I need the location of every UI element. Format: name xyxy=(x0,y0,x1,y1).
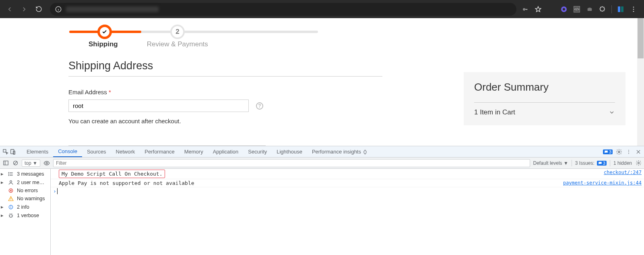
section-title: Shipping Address xyxy=(68,60,382,77)
extension-d-icon[interactable] xyxy=(617,5,625,13)
key-icon[interactable] xyxy=(521,5,529,13)
console-sidebar: ▸3 messages▸2 user me…No errorsNo warnin… xyxy=(0,169,51,255)
browser-toolbar: </> xyxy=(0,0,644,18)
svg-rect-8 xyxy=(621,6,623,12)
info-icon xyxy=(55,6,62,13)
console-prompt[interactable]: › xyxy=(51,187,644,195)
url-text xyxy=(66,6,159,12)
devtools-tab-application[interactable]: Application xyxy=(208,146,244,157)
svg-point-38 xyxy=(10,214,12,217)
clear-console-icon[interactable] xyxy=(12,160,19,166)
devtools-tab-memory[interactable]: Memory xyxy=(180,146,208,157)
step1-node[interactable] xyxy=(97,25,112,39)
svg-rect-7 xyxy=(618,6,620,12)
devtools-tab-network[interactable]: Network xyxy=(111,146,140,157)
address-bar[interactable] xyxy=(50,3,516,16)
hidden-count: 1 hidden xyxy=(613,160,632,166)
step2-node[interactable]: 2 xyxy=(170,25,185,39)
devtools-tab-sources[interactable]: Sources xyxy=(82,146,111,157)
devtools-tab-security[interactable]: Security xyxy=(243,146,272,157)
devtools-panel: ElementsConsoleSourcesNetworkPerformance… xyxy=(0,146,644,255)
device-icon[interactable] xyxy=(10,149,16,155)
svg-point-16 xyxy=(628,149,629,150)
devtools-tab-performance-insights[interactable]: Performance insights xyxy=(307,146,372,157)
svg-point-5 xyxy=(563,8,565,10)
inspect-icon[interactable] xyxy=(2,149,9,155)
cart-toggle[interactable]: 1 Item in Cart xyxy=(474,102,615,116)
settings-gear-icon[interactable] xyxy=(616,149,622,155)
sidebar-row[interactable]: No errors xyxy=(0,187,50,195)
bookmark-star-icon[interactable] xyxy=(534,5,542,13)
order-summary-title: Order Summary xyxy=(474,81,615,93)
reload-button[interactable] xyxy=(32,3,45,16)
svg-rect-6 xyxy=(588,8,592,11)
source-link[interactable]: checkout/:247 xyxy=(604,170,642,178)
help-icon[interactable]: ? xyxy=(256,102,263,110)
svg-point-31 xyxy=(10,180,12,182)
svg-point-15 xyxy=(618,151,620,153)
svg-point-29 xyxy=(8,174,9,174)
issues-label: 3 Issues: xyxy=(575,160,594,166)
levels-selector[interactable]: Default levels ▼ xyxy=(533,160,568,166)
chevron-down-icon xyxy=(609,109,615,116)
devtools-tab-console[interactable]: Console xyxy=(53,146,82,157)
live-expr-icon[interactable] xyxy=(43,160,50,166)
svg-point-34 xyxy=(11,200,11,200)
forward-button[interactable] xyxy=(18,3,31,16)
order-summary: Order Summary 1 Item in Cart xyxy=(464,72,625,125)
extensions-puzzle-icon[interactable] xyxy=(599,5,607,13)
console-line: Apple Pay is not supported or not availa… xyxy=(51,179,644,187)
devtools-tab-lighthouse[interactable]: Lighthouse xyxy=(272,146,307,157)
svg-point-30 xyxy=(8,175,9,175)
svg-point-17 xyxy=(628,151,629,152)
sidebar-row[interactable]: ▸3 messages xyxy=(0,170,50,178)
svg-rect-13 xyxy=(11,149,14,154)
message-count-badge[interactable]: 3 xyxy=(603,149,613,154)
step2-label: Review & Payments xyxy=(147,40,208,48)
svg-point-3 xyxy=(523,8,525,10)
extension-a-icon[interactable] xyxy=(560,5,568,13)
context-selector[interactable]: top ▼ xyxy=(22,160,40,167)
svg-point-24 xyxy=(638,162,639,164)
back-button[interactable] xyxy=(3,3,16,16)
svg-point-18 xyxy=(628,153,629,154)
toolbar-icons: </> xyxy=(521,5,641,13)
sidebar-toggle-icon[interactable] xyxy=(2,160,9,166)
svg-point-10 xyxy=(633,8,634,10)
extension-b-icon[interactable]: </> xyxy=(573,5,581,13)
console-settings-gear-icon[interactable] xyxy=(635,160,642,166)
sidebar-row[interactable]: ▸2 user me… xyxy=(0,178,50,187)
more-dots-icon[interactable] xyxy=(625,149,632,155)
email-field[interactable] xyxy=(68,100,249,112)
extension-c-icon[interactable] xyxy=(586,5,594,13)
menu-dots-icon[interactable] xyxy=(630,5,638,13)
svg-point-11 xyxy=(633,10,634,12)
svg-point-37 xyxy=(11,206,11,206)
devtools-tab-elements[interactable]: Elements xyxy=(22,146,53,157)
svg-point-28 xyxy=(8,172,9,172)
step1-label: Shipping xyxy=(89,40,118,48)
page-viewport: 2 Shipping Review & Payments Shipping Ad… xyxy=(0,18,644,146)
svg-rect-19 xyxy=(3,161,8,165)
console-line: My Demo Script Call On Checkout.checkout… xyxy=(51,169,644,179)
sidebar-row[interactable]: No warnings xyxy=(0,195,50,203)
divider xyxy=(611,5,612,13)
source-link[interactable]: payment-service-mixin.js:44 xyxy=(563,180,642,186)
scrollbar[interactable] xyxy=(637,18,644,146)
svg-point-9 xyxy=(633,6,634,8)
sidebar-row[interactable]: ▸2 info xyxy=(0,203,50,211)
console-output[interactable]: My Demo Script Call On Checkout.checkout… xyxy=(51,169,644,255)
svg-line-22 xyxy=(14,162,17,165)
svg-point-23 xyxy=(46,162,47,164)
close-devtools-icon[interactable] xyxy=(635,149,642,155)
console-filter-input[interactable] xyxy=(53,159,530,167)
devtools-tab-performance[interactable]: Performance xyxy=(140,146,179,157)
hairline xyxy=(68,145,266,146)
issues-badge[interactable]: 3 xyxy=(597,161,607,166)
checkout-progress: 2 xyxy=(68,23,576,39)
sidebar-row[interactable]: ▸1 verbose xyxy=(0,211,50,220)
